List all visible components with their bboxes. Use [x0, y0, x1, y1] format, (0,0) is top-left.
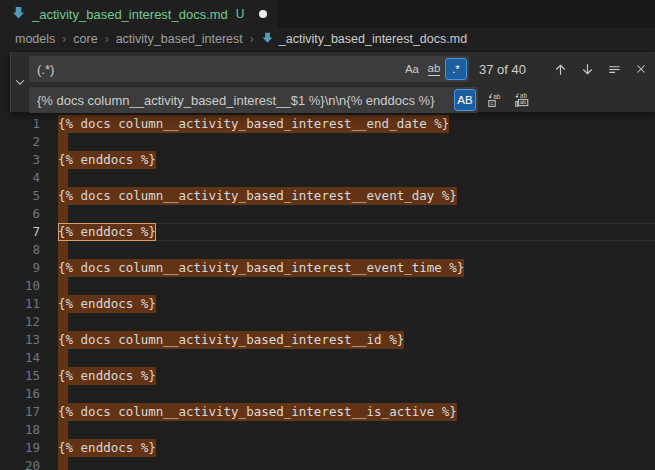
line-number: 19 — [0, 439, 40, 457]
editor-tab[interactable]: _activity_based_interest_docs.md U — [0, 0, 279, 28]
code-lines: 1{% docs column__activity_based_interest… — [0, 50, 655, 470]
preserve-case-button[interactable]: AB — [455, 90, 475, 110]
line-number: 18 — [0, 421, 40, 439]
code-line[interactable]: 7{% enddocs %} — [0, 223, 655, 241]
svg-text:ab: ab — [520, 92, 528, 99]
code-line[interactable]: 1{% docs column__activity_based_interest… — [0, 115, 655, 133]
editor[interactable]: 1{% docs column__activity_based_interest… — [0, 50, 655, 470]
line-number: 11 — [0, 295, 40, 313]
empty-find-match — [58, 385, 68, 403]
line-number: 16 — [0, 385, 40, 403]
svg-text:ab: ab — [493, 93, 501, 100]
code-line[interactable]: 3{% enddocs %} — [0, 151, 655, 169]
breadcrumb-item-models[interactable]: models — [15, 32, 55, 46]
code-text — [40, 349, 68, 367]
next-match-button[interactable] — [577, 58, 597, 80]
find-input[interactable]: (.*) Aa ab .* — [29, 56, 469, 82]
code-line[interactable]: 15{% enddocs %} — [0, 367, 655, 385]
unsaved-changes-dot[interactable] — [259, 10, 267, 18]
find-input-value: (.*) — [37, 62, 400, 77]
code-line[interactable]: 4 — [0, 169, 655, 187]
code-line[interactable]: 5{% docs column__activity_based_interest… — [0, 187, 655, 205]
match-case-button[interactable]: Aa — [402, 59, 422, 79]
vscode-window: _activity_based_interest_docs.md U model… — [0, 0, 655, 470]
line-number: 13 — [0, 331, 40, 349]
code-line[interactable]: 11{% enddocs %} — [0, 295, 655, 313]
replace-icon[interactable]: ab c — [485, 89, 505, 111]
find-match: {% enddocs %} — [58, 439, 156, 457]
find-match: {% docs column__activity_based_interest_… — [58, 259, 464, 277]
code-line[interactable]: 12 — [0, 313, 655, 331]
line-number: 8 — [0, 241, 40, 259]
code-line[interactable]: 8 — [0, 241, 655, 259]
code-text — [40, 205, 68, 223]
tab-filename: _activity_based_interest_docs.md — [32, 7, 228, 22]
code-text — [40, 313, 68, 331]
breadcrumb-item-core[interactable]: core — [73, 32, 97, 46]
breadcrumb-item-activity-based-interest[interactable]: activity_based_interest — [116, 32, 243, 46]
code-line[interactable]: 20 — [0, 457, 655, 470]
code-line[interactable]: 19{% enddocs %} — [0, 439, 655, 457]
empty-find-match — [58, 205, 68, 223]
code-line[interactable]: 9{% docs column__activity_based_interest… — [0, 259, 655, 277]
code-text — [40, 457, 68, 470]
toggle-replace-button[interactable] — [11, 52, 29, 112]
code-text: {% enddocs %} — [40, 439, 156, 457]
replace-all-icon[interactable]: ab ab — [512, 89, 532, 111]
line-number: 3 — [0, 151, 40, 169]
chevron-right-icon: › — [250, 32, 254, 46]
line-number: 6 — [0, 205, 40, 223]
find-match: {% enddocs %} — [58, 295, 156, 313]
code-line[interactable]: 16 — [0, 385, 655, 403]
replace-input-value: {% docs column__activity_based_interest_… — [37, 93, 453, 108]
replace-row: {% docs column__activity_based_interest_… — [29, 87, 651, 113]
code-line[interactable]: 6 — [0, 205, 655, 223]
line-number: 2 — [0, 133, 40, 151]
find-match: {% enddocs %} — [58, 367, 156, 385]
regex-button[interactable]: .* — [446, 59, 466, 79]
find-match: {% docs column__activity_based_interest_… — [58, 403, 457, 421]
code-line[interactable]: 2 — [0, 133, 655, 151]
line-number: 12 — [0, 313, 40, 331]
empty-find-match — [58, 457, 68, 470]
code-text — [40, 385, 68, 403]
previous-match-button[interactable] — [550, 58, 570, 80]
line-number: 5 — [0, 187, 40, 205]
line-number: 17 — [0, 403, 40, 421]
code-line[interactable]: 17{% docs column__activity_based_interes… — [0, 403, 655, 421]
find-replace-widget: (.*) Aa ab .* 37 of 40 — [10, 52, 655, 113]
replace-input[interactable]: {% docs column__activity_based_interest_… — [29, 87, 478, 113]
line-number: 9 — [0, 259, 40, 277]
code-text — [40, 133, 68, 151]
markdown-file-icon — [261, 31, 274, 47]
code-text — [40, 277, 68, 295]
find-match: {% docs column__activity_based_interest_… — [58, 187, 457, 205]
line-number: 20 — [0, 457, 40, 470]
code-line[interactable]: 13{% docs column__activity_based_interes… — [0, 331, 655, 349]
code-text — [40, 241, 68, 259]
svg-text:ab: ab — [520, 99, 526, 105]
code-text: {% docs column__activity_based_interest_… — [40, 403, 457, 421]
chevron-right-icon: › — [105, 32, 109, 46]
find-in-selection-icon[interactable] — [604, 58, 624, 80]
line-number: 10 — [0, 277, 40, 295]
breadcrumb: models › core › activity_based_interest … — [0, 28, 655, 50]
breadcrumb-item-file[interactable]: _activity_based_interest_docs.md — [261, 31, 467, 47]
find-row: (.*) Aa ab .* 37 of 40 — [29, 56, 651, 82]
results-count: 37 of 40 — [479, 62, 543, 77]
code-line[interactable]: 18 — [0, 421, 655, 439]
line-number: 14 — [0, 349, 40, 367]
code-text: {% docs column__activity_based_interest_… — [40, 115, 449, 133]
empty-find-match — [58, 169, 68, 187]
empty-find-match — [58, 133, 68, 151]
close-icon[interactable] — [631, 58, 651, 80]
empty-find-match — [58, 277, 68, 295]
code-line[interactable]: 14 — [0, 349, 655, 367]
code-text: {% enddocs %} — [40, 223, 156, 241]
whole-word-button[interactable]: ab — [424, 59, 444, 79]
line-number: 1 — [0, 115, 40, 133]
find-match: {% docs column__activity_based_interest_… — [58, 115, 449, 133]
code-line[interactable]: 10 — [0, 277, 655, 295]
chevron-right-icon: › — [62, 32, 66, 46]
svg-text:c: c — [490, 100, 493, 106]
